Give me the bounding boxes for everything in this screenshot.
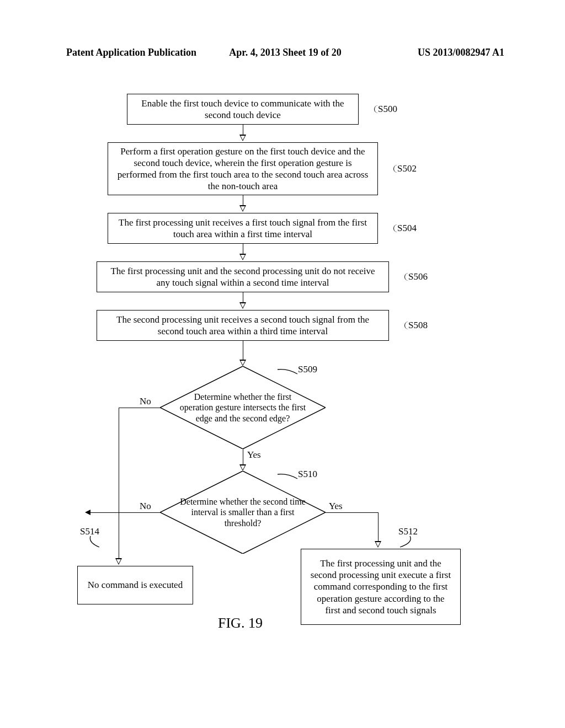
decision-s509: Determine whether the first operation ge… bbox=[160, 366, 326, 449]
step-s504-ref: S504 bbox=[393, 223, 417, 234]
step-s510-ref: S510 bbox=[298, 469, 317, 480]
s509-no-h bbox=[119, 408, 160, 408]
step-s500-text: Enable the first touch device to communi… bbox=[135, 98, 350, 121]
step-s514-box: No command is executed bbox=[77, 566, 193, 604]
step-s514-text: No command is executed bbox=[88, 579, 183, 591]
s514-leader bbox=[88, 535, 110, 548]
step-s506-text: The first processing unit and the second… bbox=[105, 265, 381, 289]
arrowhead-8 bbox=[375, 541, 381, 548]
header-center: Apr. 4, 2013 Sheet 19 of 20 bbox=[66, 47, 504, 58]
arrowhead-2 bbox=[239, 205, 246, 212]
s512-leader bbox=[395, 535, 417, 548]
s509-leader bbox=[276, 368, 299, 379]
step-s506-ref: S506 bbox=[404, 271, 428, 282]
s510-no-label: No bbox=[140, 501, 151, 512]
left-vertical bbox=[119, 408, 119, 559]
arrowhead-1 bbox=[239, 135, 246, 141]
step-s504-text: The first processing unit receives a fir… bbox=[116, 217, 370, 240]
step-s506-box: The first processing unit and the second… bbox=[97, 261, 389, 292]
decision-s510-text: Determine whether the second time interv… bbox=[160, 471, 326, 554]
s510-yes-label: Yes bbox=[329, 501, 343, 512]
step-s502-text: Perform a first operation gesture on the… bbox=[116, 146, 370, 192]
s509-no-label: No bbox=[140, 396, 151, 407]
s509-yes-label: Yes bbox=[247, 449, 261, 461]
arrowhead-4 bbox=[239, 302, 246, 309]
step-s502-ref: S502 bbox=[393, 163, 417, 174]
step-s500-ref: S500 bbox=[374, 104, 397, 115]
decision-s509-text: Determine whether the first operation ge… bbox=[160, 366, 326, 449]
arrowhead-3 bbox=[239, 254, 246, 260]
step-s509-ref: S509 bbox=[298, 364, 317, 375]
patent-page: Patent Application Publication Apr. 4, 2… bbox=[0, 0, 565, 728]
s510-leader bbox=[276, 473, 299, 484]
page-header: Patent Application Publication Apr. 4, 2… bbox=[66, 47, 504, 58]
step-s500-box: Enable the first touch device to communi… bbox=[127, 94, 359, 125]
step-s508-ref: S508 bbox=[404, 320, 428, 331]
step-s512-box: The first processing unit and the second… bbox=[301, 549, 461, 625]
step-s504-box: The first processing unit receives a fir… bbox=[108, 213, 378, 244]
arrowhead-5 bbox=[239, 360, 246, 366]
step-s508-box: The second processing unit receives a se… bbox=[97, 310, 389, 341]
figure-caption: FIG. 19 bbox=[218, 615, 263, 631]
step-s508-text: The second processing unit receives a se… bbox=[105, 314, 381, 338]
s510-no-h bbox=[90, 512, 160, 513]
step-s502-box: Perform a first operation gesture on the… bbox=[108, 142, 378, 195]
arrowhead-6 bbox=[239, 464, 246, 471]
s510-yes-v bbox=[378, 512, 379, 545]
arrowhead-no-merge bbox=[85, 510, 90, 515]
s510-yes-h bbox=[326, 512, 378, 513]
step-s512-text: The first processing unit and the second… bbox=[309, 558, 452, 616]
decision-s510: Determine whether the second time interv… bbox=[160, 471, 326, 554]
